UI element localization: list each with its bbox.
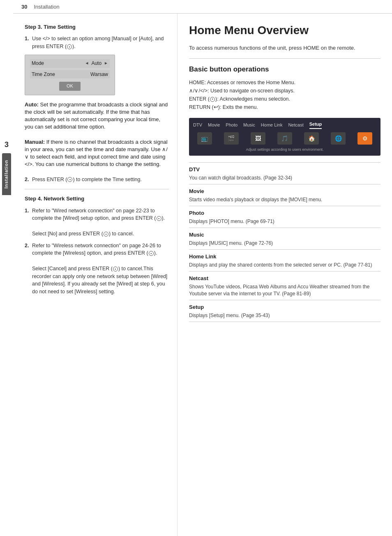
cat-title-music: Music bbox=[189, 231, 380, 239]
category-music: Music Displays [MUSIC] menu. (Page 72-76… bbox=[189, 228, 380, 249]
ops-line-2: ∧/∨/</>: Used to navigate on-screen disp… bbox=[189, 87, 380, 95]
right-divider-1 bbox=[189, 58, 380, 59]
category-netcast: Netcast Shows YouTube videos, Picasa Web… bbox=[189, 271, 380, 300]
step3-item2: 2. Press ENTER () to complete the Time s… bbox=[25, 176, 169, 184]
category-homelink: Home Link Displays and play the shared c… bbox=[189, 249, 380, 271]
step4-list: 1. Refer to "Wired network connection" o… bbox=[25, 207, 169, 296]
step4-sub2: Select [Cancel] and press ENTER () to ca… bbox=[32, 266, 167, 294]
manual-desc-text: If there is no channel that broadcasts a… bbox=[25, 139, 168, 168]
step-divider bbox=[25, 189, 169, 189]
nav-item-homelink: Home Link bbox=[261, 122, 283, 128]
header-title: Installation bbox=[34, 3, 59, 11]
content-area: 30 Installation Step 3. Time Setting 1. … bbox=[13, 0, 392, 536]
cat-desc-dtv: You can watch digital broadcasts. (Page … bbox=[189, 175, 380, 182]
ok-button[interactable]: OK bbox=[59, 82, 81, 90]
icon-photo: 🖼 bbox=[251, 132, 265, 145]
cat-desc-movie: Starts video media's playback or display… bbox=[189, 196, 380, 203]
nav-item-dtv: DTV bbox=[193, 122, 202, 128]
home-icons-row: 📺 🎬 🖼 🎵 🏠 🌐 ⚙ bbox=[193, 132, 376, 145]
step4-num2: 2. bbox=[25, 242, 29, 250]
category-photo: Photo Displays [PHOTO] menu. (Page 69-71… bbox=[189, 206, 380, 228]
time-screenshot: Mode ◄ Auto ► Time Zone Warsaw bbox=[25, 55, 115, 95]
cat-title-homelink: Home Link bbox=[189, 253, 380, 260]
two-column-layout: Step 3. Time Setting 1. Use </> to selec… bbox=[13, 14, 392, 536]
cat-desc-netcast: Shows YouTube videos, Picasa Web Albums … bbox=[189, 283, 380, 297]
nav-item-netcast: Netcast bbox=[288, 122, 303, 128]
step3-item1: 1. Use </> to select an option among [Ma… bbox=[25, 35, 169, 51]
page-container: 3 Installation 30 Installation Step 3. T… bbox=[0, 0, 392, 536]
header-bar: 30 Installation bbox=[13, 0, 392, 14]
enter-icon-2 bbox=[67, 177, 72, 182]
home-nav-bar: DTV Movie Photo Music Home Link Netcast … bbox=[193, 121, 376, 129]
step4-sub1: Select [No] and press ENTER () to cancel… bbox=[32, 231, 134, 237]
intro-text: To access numerous functions of the unit… bbox=[189, 44, 380, 52]
enter-icon-6 bbox=[113, 267, 118, 271]
cat-desc-homelink: Displays and play the shared contents fr… bbox=[189, 262, 380, 269]
cat-title-dtv: DTV bbox=[189, 166, 380, 173]
mode-value: ◄ Auto ► bbox=[85, 60, 108, 67]
category-setup: Setup Displays [Setup] menu. (Page 35-43… bbox=[189, 300, 380, 322]
step3-list2: 2. Press ENTER () to complete the Time s… bbox=[25, 176, 169, 184]
cat-title-photo: Photo bbox=[189, 209, 380, 217]
nav-item-music: Music bbox=[243, 122, 255, 128]
step4-section: Step 4. Network Setting 1. Refer to "Wir… bbox=[25, 195, 169, 295]
side-tab-bar: Installation bbox=[2, 153, 11, 195]
timezone-value: Warsaw bbox=[90, 71, 108, 78]
home-menu-screenshot: DTV Movie Photo Music Home Link Netcast … bbox=[189, 118, 380, 156]
enter-icon-ops bbox=[210, 97, 215, 102]
enter-icon-5 bbox=[149, 251, 154, 256]
category-list: DTV You can watch digital broadcasts. (P… bbox=[189, 162, 380, 322]
home-caption: Adjust settings according to users envir… bbox=[193, 147, 376, 152]
left-column: Step 3. Time Setting 1. Use </> to selec… bbox=[13, 14, 178, 536]
ops-line-4: RETURN (↩): Exits the menu. bbox=[189, 103, 380, 111]
page-number: 30 bbox=[21, 3, 27, 11]
step3-heading: Step 3. Time Setting bbox=[25, 23, 169, 31]
step3-num1: 1. bbox=[25, 35, 29, 43]
side-tab-label: Installation bbox=[3, 160, 9, 189]
mode-label: Mode bbox=[32, 60, 44, 67]
manual-description: Manual: If there is no channel that broa… bbox=[25, 138, 169, 168]
enter-icon-1 bbox=[67, 44, 72, 49]
ops-line-3: ENTER (): Acknowledges menu selection. bbox=[189, 95, 380, 103]
step3-list: 1. Use </> to select an option among [Ma… bbox=[25, 35, 169, 51]
icon-setup: ⚙ bbox=[357, 132, 372, 145]
mode-row: Mode ◄ Auto ► bbox=[30, 59, 110, 68]
arrow-right-icon: ► bbox=[104, 60, 108, 66]
manual-label: Manual: bbox=[25, 139, 45, 145]
step4-heading: Step 4. Network Setting bbox=[25, 195, 169, 202]
side-tab: 3 Installation bbox=[0, 0, 13, 536]
enter-icon-4 bbox=[104, 232, 108, 237]
arrow-left-icon: ◄ bbox=[85, 60, 89, 66]
nav-item-setup[interactable]: Setup bbox=[309, 121, 322, 129]
icon-dtv: 📺 bbox=[197, 132, 212, 145]
auto-desc-text: Set the programme that broadcasts a cloc… bbox=[25, 101, 168, 130]
step4-item1: 1. Refer to "Wired network connection" o… bbox=[25, 207, 169, 238]
ok-row: OK bbox=[30, 82, 110, 90]
step4-num1: 1. bbox=[25, 207, 29, 215]
home-menu-title: Home Menu Overview bbox=[189, 23, 380, 37]
timezone-label: Time Zone bbox=[32, 71, 55, 78]
step3-section: Step 3. Time Setting 1. Use </> to selec… bbox=[25, 23, 169, 183]
icon-netcast: 🌐 bbox=[331, 132, 346, 145]
auto-label: Auto: bbox=[25, 101, 39, 108]
basic-ops-title: Basic button operations bbox=[189, 64, 380, 74]
icon-homelink: 🏠 bbox=[304, 132, 319, 145]
cat-title-movie: Movie bbox=[189, 188, 380, 195]
category-movie: Movie Starts video media's playback or d… bbox=[189, 184, 380, 206]
icon-music: 🎵 bbox=[277, 132, 292, 145]
cat-desc-music: Displays [MUSIC] menu. (Page 72-76) bbox=[189, 240, 380, 247]
category-dtv: DTV You can watch digital broadcasts. (P… bbox=[189, 162, 380, 184]
timezone-row: Time Zone Warsaw bbox=[30, 70, 110, 79]
nav-item-movie: Movie bbox=[208, 122, 220, 128]
right-column: Home Menu Overview To access numerous fu… bbox=[178, 14, 392, 536]
auto-description: Auto: Set the programme that broadcasts … bbox=[25, 101, 169, 131]
ops-text: HOME: Accesses or removes the Home Menu.… bbox=[189, 78, 380, 111]
icon-movie: 🎬 bbox=[224, 132, 239, 145]
chapter-number: 3 bbox=[5, 140, 9, 150]
enter-icon-3 bbox=[157, 216, 161, 221]
cat-title-setup: Setup bbox=[189, 304, 380, 311]
cat-desc-setup: Displays [Setup] menu. (Page 35-43) bbox=[189, 312, 380, 319]
step3-num2: 2. bbox=[25, 176, 29, 184]
cat-desc-photo: Displays [PHOTO] menu. (Page 69-71) bbox=[189, 218, 380, 225]
step4-item2: 2. Refer to "Wireless network connection… bbox=[25, 242, 169, 296]
